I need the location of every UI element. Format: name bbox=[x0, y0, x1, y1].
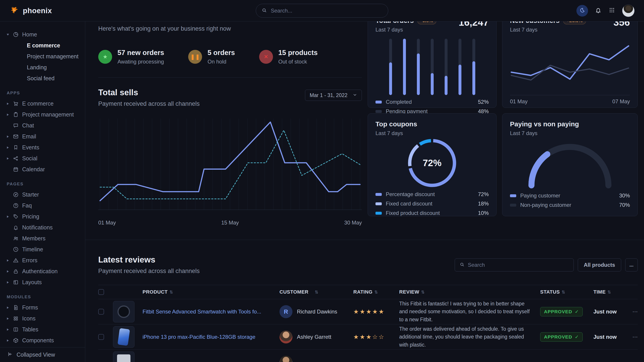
table-row: Fitbit Sense Advanced Smartwatch with To… bbox=[98, 299, 638, 325]
legend-swatch bbox=[376, 193, 382, 196]
sidebar-item-pricing[interactable]: Pricing bbox=[0, 211, 85, 222]
sort-icon: ⇅ bbox=[374, 290, 378, 295]
customer-name: Ashley Garrett bbox=[297, 334, 331, 340]
sidebar-subitem-project-management[interactable]: Project management bbox=[0, 51, 85, 62]
column-header-time[interactable]: TIME⇅ bbox=[594, 289, 627, 295]
total-sells-x-axis: 01 May 15 May 30 May bbox=[98, 220, 362, 226]
status-badge: APPROVED✓ bbox=[540, 332, 583, 342]
total-sells-subtitle: Payment received across all channels bbox=[98, 100, 200, 107]
sidebar-item-email[interactable]: Email bbox=[0, 131, 85, 142]
date-range-select[interactable]: Mar 1 - 31, 2022 bbox=[305, 90, 362, 101]
date-range-value: Mar 1 - 31, 2022 bbox=[310, 92, 348, 98]
legend-value: 52% bbox=[478, 99, 489, 105]
new-customers-x-axis: 01 May 07 May bbox=[510, 98, 630, 105]
chevron-right-icon bbox=[6, 270, 10, 273]
column-header-status[interactable]: STATUS⇅ bbox=[540, 289, 594, 295]
row-menu-button[interactable]: ⋯ bbox=[627, 309, 638, 315]
review-text: The order was delivered ahead of schedul… bbox=[399, 325, 530, 349]
select-all-checkbox[interactable] bbox=[98, 289, 104, 295]
card-period: Last 7 days bbox=[510, 130, 630, 136]
column-header-customer[interactable]: CUSTOMER⇅ bbox=[280, 289, 353, 295]
help-circle-icon bbox=[13, 203, 19, 209]
sidebar-item-home[interactable]: Home bbox=[0, 29, 85, 40]
bookmark-icon bbox=[13, 144, 19, 150]
row-checkbox[interactable] bbox=[98, 309, 104, 315]
sidebar-item-timeline[interactable]: Timeline bbox=[0, 244, 85, 255]
legend-value: 70% bbox=[619, 202, 630, 208]
chevron-right-icon bbox=[6, 135, 10, 138]
sidebar-item-label: Pricing bbox=[22, 213, 39, 220]
sidebar-item-starter[interactable]: Starter bbox=[0, 189, 85, 200]
chevron-right-icon bbox=[6, 281, 10, 284]
sidebar-item-forms[interactable]: Forms bbox=[0, 302, 85, 313]
sidebar-item-components[interactable]: Components bbox=[0, 335, 85, 346]
table-row: iPhone 13 pro max-Pacific Blue-128GB sto… bbox=[98, 325, 638, 350]
sidebar-item-faq[interactable]: Faq bbox=[0, 200, 85, 211]
grid-icon bbox=[13, 316, 19, 322]
column-header-review[interactable]: REVIEW⇅ bbox=[399, 289, 540, 295]
dark-mode-toggle[interactable] bbox=[576, 5, 588, 16]
sidebar-item-notifications[interactable]: Notifications bbox=[0, 222, 85, 233]
legend-swatch bbox=[510, 204, 516, 207]
sidebar-subitem-e-commerce[interactable]: E commerce bbox=[0, 40, 85, 51]
column-header-rating[interactable]: RATING⇅ bbox=[353, 289, 399, 295]
legend-label: Completed bbox=[386, 99, 412, 105]
sidebar-item-project-management[interactable]: Project management bbox=[0, 109, 85, 120]
global-search[interactable] bbox=[256, 4, 388, 18]
sidebar-item-label: Home bbox=[22, 31, 37, 38]
sidebar-item-e-commerce[interactable]: E commerce bbox=[0, 98, 85, 109]
more-options-button[interactable]: ... bbox=[625, 259, 638, 272]
sidebar-item-icons[interactable]: Icons bbox=[0, 313, 85, 324]
x-tick: 30 May bbox=[344, 220, 362, 226]
order-bar bbox=[403, 39, 406, 95]
rating-stars: ★★★★★ bbox=[353, 308, 385, 315]
product-link[interactable]: Fitbit Sense Advanced Smartwatch with To… bbox=[142, 309, 280, 315]
sidebar-item-events[interactable]: Events bbox=[0, 142, 85, 153]
sidebar-item-social[interactable]: Social bbox=[0, 153, 85, 164]
stat-orange: ❚❚5 ordersOn hold bbox=[188, 49, 235, 65]
all-products-button[interactable]: All products bbox=[578, 259, 621, 272]
sidebar-item-layouts[interactable]: Layouts bbox=[0, 277, 85, 288]
product-link[interactable]: iPhone 13 pro max-Pacific Blue-128GB sto… bbox=[142, 334, 280, 340]
collapse-sidebar-button[interactable]: Collapsed View bbox=[0, 347, 85, 362]
column-header-product[interactable]: PRODUCT⇅ bbox=[142, 289, 280, 295]
legend-item: Percentage discount72% bbox=[376, 190, 489, 199]
chevron-right-icon bbox=[6, 329, 10, 331]
legend-item: Non-paying customer70% bbox=[510, 200, 630, 210]
tag-icon bbox=[13, 214, 19, 220]
search-icon bbox=[261, 7, 267, 14]
legend-label: Fixed product discount bbox=[386, 210, 440, 216]
order-bar bbox=[444, 39, 448, 95]
sort-icon: ⇅ bbox=[315, 290, 318, 295]
row-menu-button[interactable]: ⋯ bbox=[627, 334, 638, 340]
chevron-down-icon bbox=[6, 34, 10, 35]
legend-label: Paying customer bbox=[520, 193, 560, 199]
reviews-title: Latest reviews bbox=[98, 255, 200, 265]
sidebar-item-chat[interactable]: Chat bbox=[0, 120, 85, 131]
total-sells-chart bbox=[98, 116, 362, 216]
search-input[interactable] bbox=[271, 7, 383, 14]
reviews-search[interactable] bbox=[455, 259, 574, 272]
sidebar-item-authentication[interactable]: Authentication bbox=[0, 266, 85, 277]
sidebar-item-errors[interactable]: Errors bbox=[0, 255, 85, 266]
logo[interactable]: phoenix bbox=[10, 5, 52, 16]
sidebar-item-calendar[interactable]: Calendar bbox=[0, 164, 85, 175]
sidebar-subitem-landing[interactable]: Landing bbox=[0, 62, 85, 73]
reviews-search-input[interactable] bbox=[468, 262, 569, 268]
sidebar-subitem-social-feed[interactable]: Social feed bbox=[0, 73, 85, 84]
row-checkbox[interactable] bbox=[98, 334, 104, 340]
reviews-subtitle: Payment received across all channels bbox=[98, 268, 200, 275]
sidebar-item-label: Calendar bbox=[22, 166, 45, 173]
chevron-right-icon bbox=[6, 114, 10, 116]
bell-icon bbox=[595, 7, 602, 14]
user-avatar[interactable] bbox=[622, 4, 634, 17]
x-icon: ✕ bbox=[259, 50, 273, 64]
cart-icon bbox=[13, 101, 19, 107]
sidebar-item-members[interactable]: Members bbox=[0, 233, 85, 244]
navbar-actions bbox=[576, 4, 634, 17]
total-sells-title: Total sells bbox=[98, 88, 200, 97]
apps-grid-button[interactable] bbox=[608, 7, 615, 14]
sidebar-item-tables[interactable]: Tables bbox=[0, 324, 85, 335]
stat-value: 15 products bbox=[278, 49, 318, 57]
notifications-button[interactable] bbox=[595, 7, 602, 14]
